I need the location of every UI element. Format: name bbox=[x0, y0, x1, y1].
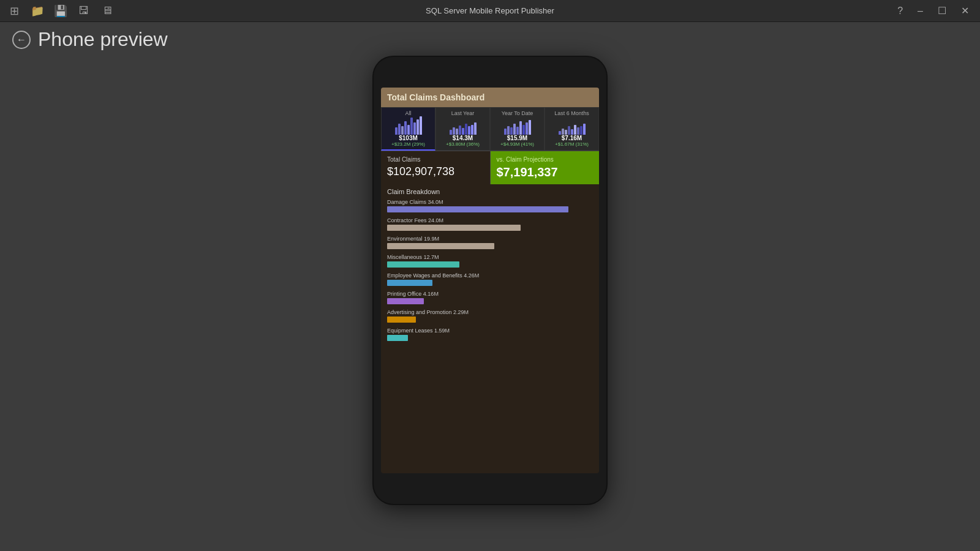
tab-label: Last Year bbox=[437, 110, 488, 116]
tab-bar bbox=[571, 129, 573, 135]
kpi-left-label: Total Claims bbox=[387, 156, 484, 163]
title-bar-left: ⊞ 📁 💾 🖫 🖥 bbox=[7, 4, 114, 18]
bar-row: Employee Wages and Benefits 4.26M bbox=[387, 272, 593, 286]
bar-label: Environmental 19.9M bbox=[387, 236, 593, 242]
kpi-left-value: $102,907,738 bbox=[387, 165, 484, 178]
bar-track bbox=[387, 280, 432, 286]
window-controls: ? – ☐ ✕ bbox=[894, 4, 973, 18]
window-title: SQL Server Mobile Report Publisher bbox=[426, 6, 554, 15]
back-arrow-icon: ← bbox=[17, 34, 26, 45]
bars-container: Damage Claims 34.0MContractor Fees 24.0M… bbox=[387, 199, 593, 341]
help-button[interactable]: ? bbox=[894, 4, 907, 18]
tab-bar bbox=[465, 124, 467, 135]
breakdown-title: Claim Breakdown bbox=[387, 188, 593, 195]
tab-year-to-date[interactable]: Year To Date$15.9M+$4.93M (41%) bbox=[490, 107, 545, 151]
tab-label: All bbox=[383, 110, 434, 116]
dashboard-title: Total Claims Dashboard bbox=[387, 92, 484, 102]
tab-bar bbox=[450, 130, 452, 135]
tab-bar bbox=[516, 127, 519, 135]
bar-label: Miscellaneous 12.7M bbox=[387, 254, 593, 260]
back-button[interactable]: ← bbox=[12, 31, 31, 49]
bar-track bbox=[387, 206, 568, 212]
phone-container: Total Claims Dashboard All$103M+$23.2M (… bbox=[0, 57, 980, 504]
tab-bar bbox=[565, 130, 567, 135]
tab-sub: +$3.80M (36%) bbox=[437, 141, 488, 147]
tab-bar bbox=[574, 125, 576, 135]
bar-row: Damage Claims 34.0M bbox=[387, 199, 593, 212]
monitor-icon[interactable]: 🖥 bbox=[100, 4, 114, 18]
phone-screen: Total Claims Dashboard All$103M+$23.2M (… bbox=[381, 88, 599, 473]
kpi-right-value: $7,191,337 bbox=[497, 165, 594, 179]
tab-sub: +$1.67M (31%) bbox=[546, 141, 597, 147]
bar-row: Miscellaneous 12.7M bbox=[387, 254, 593, 268]
bar-label: Contractor Fees 24.0M bbox=[387, 217, 593, 223]
tab-bar bbox=[568, 126, 570, 135]
tab-bar bbox=[522, 125, 525, 135]
tab-bar bbox=[580, 126, 582, 135]
kpi-right-label: vs. Claim Projections bbox=[497, 156, 594, 163]
bar-track bbox=[387, 225, 521, 231]
tab-bar bbox=[404, 121, 407, 135]
page-header: ← Phone preview bbox=[0, 22, 980, 57]
tab-sub: +$23.2M (29%) bbox=[383, 141, 434, 147]
save-icon[interactable]: 💾 bbox=[54, 4, 67, 18]
tab-chart bbox=[492, 118, 543, 135]
tab-bar bbox=[459, 126, 461, 135]
bar-row: Printing Office 4.16M bbox=[387, 291, 593, 304]
tab-value: $15.9M bbox=[492, 135, 543, 141]
bar-track bbox=[387, 243, 494, 249]
tabs-row: All$103M+$23.2M (29%)Last Year$14.3M+$3.… bbox=[381, 107, 599, 151]
tab-bar bbox=[413, 122, 416, 135]
tab-last-year[interactable]: Last Year$14.3M+$3.80M (36%) bbox=[435, 107, 490, 151]
phone-outer: Total Claims Dashboard All$103M+$23.2M (… bbox=[374, 57, 606, 504]
bar-label: Advertising and Promotion 2.29M bbox=[387, 309, 593, 315]
bar-label: Equipment Leases 1.59M bbox=[387, 328, 593, 334]
bar-label: Printing Office 4.16M bbox=[387, 291, 593, 297]
kpi-projections: vs. Claim Projections $7,191,337 bbox=[491, 151, 600, 184]
tab-bar bbox=[562, 129, 564, 135]
saveas-icon[interactable]: 🖫 bbox=[77, 4, 91, 18]
tab-label: Year To Date bbox=[492, 110, 543, 116]
tab-value: $14.3M bbox=[437, 135, 488, 141]
folder-icon[interactable]: 📁 bbox=[31, 4, 44, 18]
bar-track bbox=[387, 317, 416, 323]
tab-bar bbox=[410, 118, 413, 135]
tab-last-6-months[interactable]: Last 6 Months$7.16M+$1.67M (31%) bbox=[545, 107, 599, 151]
tab-all[interactable]: All$103M+$23.2M (29%) bbox=[381, 107, 435, 151]
tab-sub: +$4.93M (41%) bbox=[492, 141, 543, 147]
bar-row: Contractor Fees 24.0M bbox=[387, 217, 593, 231]
kpi-row: Total Claims $102,907,738 vs. Claim Proj… bbox=[381, 151, 599, 184]
tab-bar bbox=[401, 126, 404, 135]
tab-bar bbox=[417, 119, 419, 135]
bar-label: Damage Claims 34.0M bbox=[387, 199, 593, 205]
tab-bar bbox=[395, 127, 398, 135]
bar-track bbox=[387, 261, 459, 268]
grid-icon[interactable]: ⊞ bbox=[7, 4, 21, 18]
tab-bar bbox=[462, 128, 464, 135]
tab-bar bbox=[407, 125, 410, 135]
tab-bar bbox=[468, 126, 470, 135]
tab-bar bbox=[420, 116, 422, 135]
tab-chart bbox=[383, 118, 434, 135]
bar-track bbox=[387, 298, 424, 304]
tab-bar bbox=[559, 131, 561, 135]
tab-bar bbox=[504, 129, 507, 135]
tab-bar bbox=[398, 124, 401, 135]
tab-bar bbox=[453, 127, 455, 135]
minimize-button[interactable]: – bbox=[914, 4, 927, 18]
breakdown-section: Claim Breakdown Damage Claims 34.0MContr… bbox=[381, 184, 599, 350]
tab-bar bbox=[526, 122, 528, 135]
maximize-button[interactable]: ☐ bbox=[934, 4, 950, 18]
close-button[interactable]: ✕ bbox=[957, 4, 973, 18]
bar-row: Environmental 19.9M bbox=[387, 236, 593, 249]
tab-bar bbox=[507, 126, 510, 135]
bar-row: Equipment Leases 1.59M bbox=[387, 328, 593, 341]
page-title: Phone preview bbox=[38, 28, 168, 51]
tab-bar bbox=[519, 121, 522, 135]
bar-label: Employee Wages and Benefits 4.26M bbox=[387, 272, 593, 279]
tab-bar bbox=[471, 125, 473, 135]
kpi-total-claims: Total Claims $102,907,738 bbox=[381, 151, 491, 184]
tab-label: Last 6 Months bbox=[546, 110, 597, 116]
tab-bar bbox=[577, 127, 579, 135]
tab-bar bbox=[474, 122, 477, 135]
